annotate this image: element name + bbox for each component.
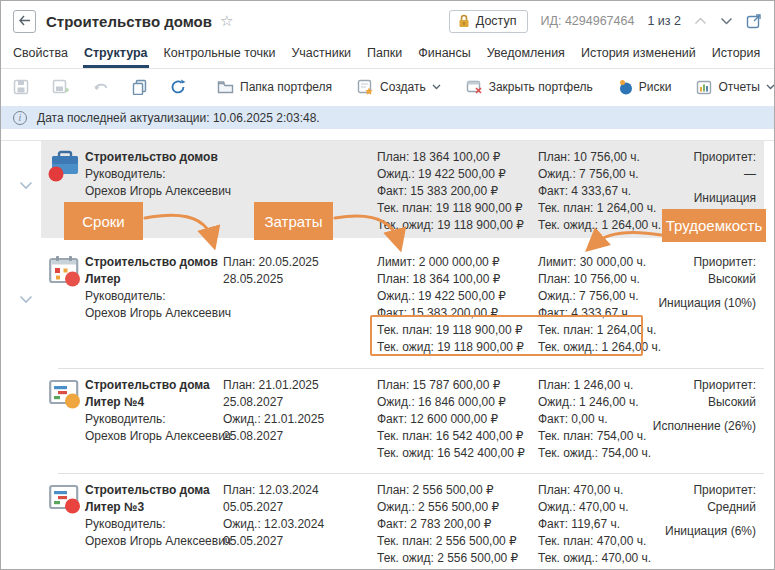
stage-value: Инициация (6%) xyxy=(626,523,756,540)
copy-button[interactable] xyxy=(130,75,149,99)
costs-cell: План: 18 364 100,00 ₽Ожид.: 19 422 500,0… xyxy=(377,149,537,234)
folder-icon xyxy=(217,80,234,94)
date-line: Ожид.: 21.01.2025 xyxy=(223,411,373,428)
tab-istoriya-izmenenij[interactable]: История изменений xyxy=(580,41,697,68)
undo-icon xyxy=(93,80,109,94)
portfolio-folder-label: Папка портфеля xyxy=(240,80,332,94)
chevron-down-icon xyxy=(432,84,441,90)
create-button[interactable]: Создать xyxy=(355,75,443,99)
close-portfolio-button[interactable]: Закрыть портфель xyxy=(464,76,595,99)
hours-line: Тек. ожид.: 470,00 ч. xyxy=(538,550,673,567)
pager-counter: 1 из 2 xyxy=(647,14,681,28)
leader-label: Руководитель: xyxy=(85,411,225,428)
status-cell: Приоритет:ВысокийИсполнение (26%) xyxy=(626,377,756,435)
status-cell: Приоритет:—Инициация xyxy=(626,149,756,207)
risks-icon xyxy=(618,79,633,95)
money-line: Тек. ожид: 19 118 900,00 ₽ xyxy=(377,217,537,234)
money-line: Тек. ожид: 16 542 400,00 ₽ xyxy=(377,445,537,462)
copy-icon xyxy=(132,79,147,95)
project-board-icon xyxy=(47,378,83,415)
pager-up-button[interactable] xyxy=(694,17,707,25)
tab-svojstva[interactable]: Свойства xyxy=(12,41,69,68)
callout-costs: Затраты xyxy=(254,202,333,240)
open-in-window-button[interactable] xyxy=(746,13,762,29)
tab-finansy[interactable]: Финансы xyxy=(417,41,471,68)
project-row[interactable]: Строительство домовРуководитель:Орехов И… xyxy=(41,141,764,238)
risks-button[interactable]: Риски xyxy=(616,75,674,99)
date-line: Ожид.: 12.03.2024 xyxy=(223,516,373,533)
project-row[interactable]: Строительство дома Литер №4Руководитель:… xyxy=(41,369,764,466)
tab-struktura[interactable]: Структура xyxy=(83,41,149,68)
dates-cell: План: 20.05.202528.05.2025 xyxy=(223,254,373,288)
create-icon xyxy=(357,79,374,95)
project-board-icon xyxy=(47,483,83,520)
tab-kontrolnye-tochki[interactable]: Контрольные точки xyxy=(163,41,277,68)
stage-value: Инициация xyxy=(626,190,756,207)
close-portfolio-icon xyxy=(466,80,483,95)
portfolio-icon xyxy=(47,150,83,187)
hours-line: Тек. ожид.: 1 264,00 ч. xyxy=(538,217,673,234)
refresh-button[interactable] xyxy=(168,75,188,99)
priority-value: Средний xyxy=(626,499,756,516)
date-line: 25.08.2027 xyxy=(223,394,373,411)
portfolio-folder-button[interactable]: Папка портфеля xyxy=(215,76,334,98)
dates-cell: План: 12.03.202405.05.2027Ожид.: 12.03.2… xyxy=(223,482,373,550)
money-line: Ожид.: 19 422 500,00 ₽ xyxy=(377,288,537,305)
page-title: Строительство домов xyxy=(46,13,212,30)
tab-papki[interactable]: Папки xyxy=(366,41,403,68)
priority-value: Высокий xyxy=(626,394,756,411)
name-cell: Строительство домовРуководитель:Орехов И… xyxy=(85,149,225,200)
save-and-add-button[interactable] xyxy=(50,75,72,99)
back-arrow-icon xyxy=(18,15,31,26)
lock-icon xyxy=(458,14,470,28)
date-line: 25.08.2027 xyxy=(223,428,373,445)
money-line: Факт: 15 383 200,00 ₽ xyxy=(377,183,537,200)
priority-label: Приоритет: xyxy=(626,482,756,499)
money-line: План: 2 556 500,00 ₽ xyxy=(377,482,537,499)
priority-value: — xyxy=(626,166,756,183)
tab-istoriya[interactable]: История xyxy=(711,41,761,68)
portfolio-window: Строительство домов ☆ Доступ ИД: 4294967… xyxy=(0,0,775,570)
refresh-icon xyxy=(170,79,186,95)
costs-cell: План: 15 787 600,00 ₽Ожид.: 16 846 000,0… xyxy=(377,377,537,462)
name-cell: Строительство дома Литер №4Руководитель:… xyxy=(85,377,225,445)
project-title[interactable]: Строительство дома Литер №3 xyxy=(85,482,225,516)
risks-label: Риски xyxy=(639,80,672,94)
name-cell: Строительство домов ЛитерРуководитель:Ор… xyxy=(85,254,225,322)
date-line: 28.05.2025 xyxy=(223,271,373,288)
project-title[interactable]: Строительство дома Литер №4 xyxy=(85,377,225,411)
save-button[interactable] xyxy=(11,75,31,99)
reports-icon xyxy=(696,80,712,95)
project-title[interactable]: Строительство домов xyxy=(85,149,225,166)
callout-dates: Сроки xyxy=(64,202,143,240)
back-button[interactable] xyxy=(13,10,36,33)
date-line: План: 21.01.2025 xyxy=(223,377,373,394)
project-row[interactable]: Строительство дома Литер №3Руководитель:… xyxy=(41,474,764,570)
tab-uchastniki[interactable]: Участники xyxy=(290,41,352,68)
hours-line: Тек. ожид.: 754,00 ч. xyxy=(538,445,673,462)
tab-uvedomleniya[interactable]: Уведомления xyxy=(486,41,566,68)
date-line: 05.05.2027 xyxy=(223,533,373,550)
expand-chevron-icon[interactable] xyxy=(19,290,33,300)
reports-button[interactable]: Отчеты xyxy=(694,76,775,99)
pager-down-button[interactable] xyxy=(720,17,733,25)
close-portfolio-label: Закрыть портфель xyxy=(489,80,593,94)
favorite-star-icon[interactable]: ☆ xyxy=(220,12,233,30)
tab-bar: СвойстваСтруктураКонтрольные точкиУчастн… xyxy=(1,41,774,69)
info-icon: i xyxy=(13,111,27,125)
priority-label: Приоритет: xyxy=(626,254,756,271)
undo-button[interactable] xyxy=(91,76,111,98)
date-line: План: 20.05.2025 xyxy=(223,254,373,271)
project-title[interactable]: Строительство домов Литер xyxy=(85,254,225,288)
access-button[interactable]: Доступ xyxy=(449,10,528,33)
leader-label: Руководитель: xyxy=(85,516,225,533)
chevron-up-icon xyxy=(694,17,707,25)
stage-value: Исполнение (26%) xyxy=(626,418,756,435)
money-line: Факт: 2 783 200,00 ₽ xyxy=(377,516,537,533)
leader-label: Руководитель: xyxy=(85,288,225,305)
toolbar: Папка портфеля Создать Закрыть портфель … xyxy=(1,69,774,105)
money-line: План: 15 787 600,00 ₽ xyxy=(377,377,537,394)
money-line: Тек. план: 16 542 400,00 ₽ xyxy=(377,428,537,445)
expand-chevron-icon[interactable] xyxy=(19,176,33,186)
priority-label: Приоритет: xyxy=(626,377,756,394)
